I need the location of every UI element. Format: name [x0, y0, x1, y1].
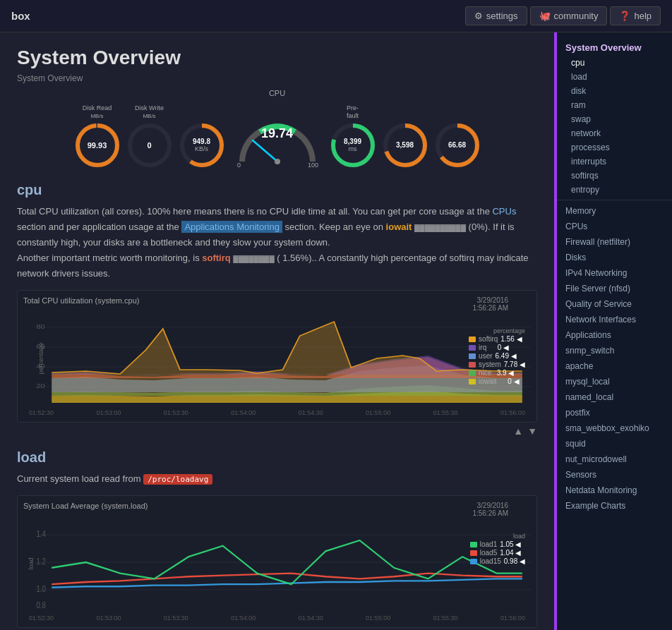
- sidebar-item-entropy[interactable]: entropy: [557, 183, 672, 197]
- gauge-iops: Pre-fault 8,399 ms: [329, 104, 377, 169]
- svg-text:1.4: 1.4: [36, 529, 45, 538]
- legend-load1: load1 1.05 ◀: [470, 540, 525, 548]
- sidebar-item-sma[interactable]: sma_webbox_exohiko: [557, 420, 672, 436]
- gauge-disk-read: Disk ReadMB/s 99.93: [73, 104, 121, 169]
- legend-system: system 7.78 ◀: [469, 361, 525, 368]
- loadavg-badge: /proc/loadavg: [143, 474, 212, 485]
- svg-text:0: 0: [237, 162, 241, 169]
- gear-icon: ⚙: [474, 11, 483, 21]
- legend-load5: load5 1.04 ◀: [470, 549, 525, 557]
- sidebar-item-network[interactable]: network: [557, 126, 672, 140]
- settings-button[interactable]: ⚙ settings: [465, 6, 527, 25]
- cpu-chart-controls: ▲ ▼: [17, 425, 537, 437]
- sidebar-item-ipv4[interactable]: IPv4 Networking: [557, 265, 672, 281]
- main-content: System Overview System Overview CPU Disk…: [0, 32, 554, 630]
- cpu-chart-up[interactable]: ▲: [513, 425, 523, 437]
- legend-nice: nice 3.9 ◀: [469, 369, 525, 377]
- community-button[interactable]: 🐙 community: [530, 6, 608, 25]
- sidebar-item-qos[interactable]: Quality of Service: [557, 296, 672, 312]
- breadcrumb: System Overview: [17, 73, 537, 83]
- top-navigation: box ⚙ settings 🐙 community ❓ help: [0, 0, 672, 32]
- cpu-chart-container: Total CPU utilization (system.cpu) 3/29/…: [17, 290, 537, 423]
- load-heading: load: [17, 449, 537, 466]
- cpu-chart-down[interactable]: ▼: [527, 425, 537, 437]
- cpu-chart-title: Total CPU utilization (system.cpu): [23, 296, 531, 305]
- apps-monitoring-link[interactable]: Applications Monitoring: [181, 221, 282, 233]
- cpu-heading: cpu: [17, 182, 537, 198]
- legend-iowait: iowait 0 ◀: [469, 377, 525, 385]
- sidebar-divider-1: [557, 200, 672, 200]
- page-title: System Overview: [17, 47, 537, 69]
- community-label: community: [554, 11, 599, 21]
- brand-logo: box: [11, 10, 465, 22]
- sidebar-item-processes[interactable]: processes: [557, 140, 672, 155]
- cpu-xaxis: 01:52:3001:53:0001:53:3001:54:00 01:54:3…: [23, 409, 531, 416]
- gauge-mem: 3,598: [381, 104, 429, 169]
- sidebar-item-softirqs[interactable]: softirqs: [557, 169, 672, 183]
- svg-text:1.0: 1.0: [36, 584, 45, 593]
- sidebar-item-snmp[interactable]: snmp_switch: [557, 343, 672, 358]
- sidebar-item-example[interactable]: Example Charts: [557, 498, 672, 514]
- svg-line-6: [253, 140, 277, 162]
- sidebar-item-cpus[interactable]: CPUs: [557, 219, 672, 234]
- sidebar-item-disk[interactable]: disk: [557, 84, 672, 98]
- sidebar-item-apache[interactable]: apache: [557, 358, 672, 374]
- sidebar-item-nfsd[interactable]: File Server (nfsd): [557, 281, 672, 296]
- softirq-label: softirq: [202, 253, 230, 263]
- sidebar-item-firewall[interactable]: Firewall (netfilter): [557, 234, 672, 250]
- sidebar-item-sensors[interactable]: Sensors: [557, 467, 672, 483]
- sidebar-item-ram[interactable]: ram: [557, 98, 672, 112]
- help-button[interactable]: ❓ help: [610, 6, 661, 25]
- load-description: Current system load read from /proc/load…: [17, 471, 537, 487]
- legend-softirq: softirq 1.56 ◀: [469, 335, 525, 343]
- sidebar-item-netdata[interactable]: Netdata Monitoring: [557, 483, 672, 498]
- sidebar-item-disks[interactable]: Disks: [557, 250, 672, 265]
- help-icon: ❓: [619, 11, 630, 21]
- cpu-chart-svg: 80 60 40 20: [35, 308, 531, 406]
- svg-point-7: [275, 159, 280, 164]
- gauge-disk-write: Disk WriteMB/s 0: [126, 104, 174, 169]
- load-xaxis: 01:52:3001:53:0001:53:3001:54:00 01:54:3…: [23, 614, 531, 622]
- sidebar-item-cpu[interactable]: cpu: [557, 56, 672, 70]
- gauge-cpu-pct: 66.68: [433, 104, 481, 169]
- sidebar-item-interrupts[interactable]: interrupts: [557, 155, 672, 169]
- legend-load15: load15 0.98 ◀: [470, 557, 525, 565]
- legend-user: user 6.49 ◀: [469, 352, 525, 360]
- main-layout: System Overview System Overview CPU Disk…: [0, 32, 672, 630]
- nav-buttons: ⚙ settings 🐙 community ❓ help: [465, 6, 661, 25]
- svg-text:100: 100: [308, 162, 318, 169]
- sidebar-item-named[interactable]: named_local: [557, 389, 672, 405]
- gauge-net: 949.8 KB/s: [178, 104, 226, 169]
- big-gauge-value: 19.74: [232, 126, 323, 141]
- load-chart-legend: load load1 1.05 ◀ load5 1.04 ◀ load15: [470, 533, 525, 565]
- svg-text:20: 20: [36, 382, 45, 389]
- cpu-gauges-label: CPU: [17, 89, 537, 97]
- load-chart-svg: 1.4 1.2 1.0 0.8: [35, 513, 531, 612]
- sidebar-item-swap[interactable]: swap: [557, 112, 672, 126]
- sidebar-item-squid[interactable]: squid: [557, 436, 672, 452]
- sidebar-item-mysql[interactable]: mysql_local: [557, 374, 672, 389]
- help-label: help: [634, 11, 652, 21]
- svg-marker-29: [52, 322, 522, 403]
- sidebar: System Overview cpu load disk ram swap n…: [556, 32, 672, 630]
- legend-irq: irq 0 ◀: [469, 344, 525, 351]
- cpu-description: Total CPU utilization (all cores). 100% …: [17, 204, 537, 281]
- cpu-gauges-row: Disk ReadMB/s 99.93 Disk WriteMB/s: [17, 104, 537, 169]
- sidebar-item-memory[interactable]: Memory: [557, 203, 672, 219]
- sidebar-item-load[interactable]: load: [557, 70, 672, 84]
- load-chart-title: System Load Average (system.load): [23, 502, 531, 510]
- svg-text:80: 80: [36, 323, 45, 330]
- sidebar-item-nut[interactable]: nut_microdowell: [557, 452, 672, 467]
- load-yaxis-label: load: [28, 557, 35, 569]
- sidebar-item-netif[interactable]: Network Interfaces: [557, 312, 672, 327]
- sidebar-item-postfix[interactable]: postfix: [557, 405, 672, 420]
- svg-text:1.2: 1.2: [36, 557, 45, 566]
- load-chart-container: System Load Average (system.load) 3/29/2…: [17, 495, 537, 628]
- sidebar-item-apps[interactable]: Applications: [557, 327, 672, 343]
- cpus-link[interactable]: CPUs: [492, 206, 516, 217]
- big-cpu-gauge: 0 100 19.74: [232, 105, 323, 169]
- cpu-chart-legend: percentage softirq 1.56 ◀ irq 0 ◀ user: [469, 327, 525, 385]
- svg-text:0.8: 0.8: [36, 600, 45, 610]
- iowait-label: iowait: [386, 222, 412, 232]
- sidebar-title: System Overview: [557, 38, 672, 56]
